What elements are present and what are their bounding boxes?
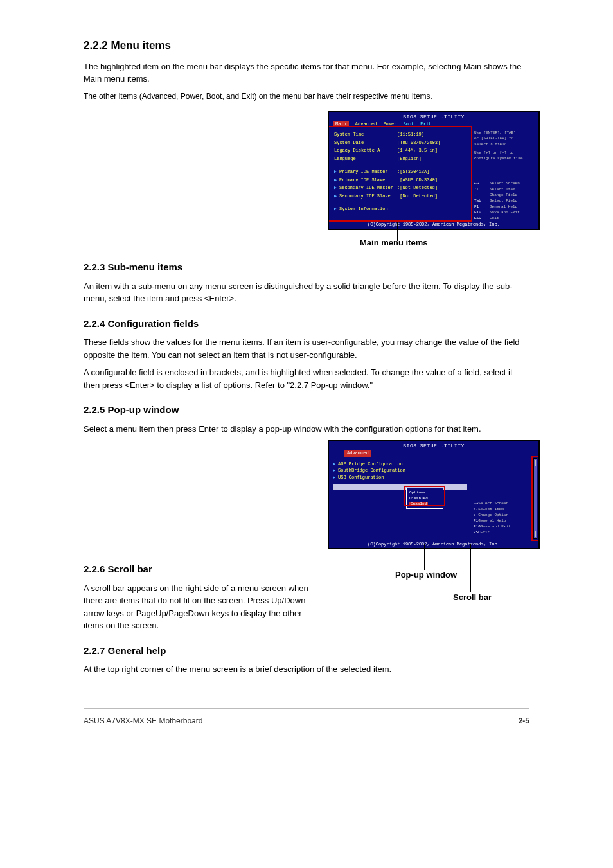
section-popup: 2.2.5 Pop-up window Select a menu item t…: [84, 403, 529, 435]
menu-advanced[interactable]: Advanced: [344, 450, 371, 457]
para: These fields show the values for the men…: [84, 336, 529, 361]
page-footer: ASUS A7V8X-MX SE Motherboard 2-5: [0, 715, 613, 727]
footer-product: ASUS A7V8X-MX SE Motherboard: [84, 715, 202, 727]
heading-2-2-6: 2.2.6 Scroll bar: [84, 562, 321, 577]
highlight-menu-items: [328, 126, 472, 222]
callout-label: Main menu items: [360, 236, 540, 249]
help-line: Use [+] or [-] to: [474, 150, 536, 155]
key-row: ←→Select Screen: [474, 181, 536, 186]
list-item: ▶USB Configuration: [333, 474, 467, 481]
section-config-fields: 2.2.4 Configuration fields These fields …: [84, 317, 529, 392]
bios-title: BIOS SETUP UTILITY: [329, 112, 538, 121]
bios-help-panel: ←→Select Screen ↑↓Select Item +-Change O…: [471, 457, 538, 540]
bios-window: BIOS SETUP UTILITY Main Advanced Power B…: [328, 111, 540, 230]
key-row: ESCExit: [474, 529, 536, 535]
key-row: +-Change Field: [474, 192, 536, 198]
key-row: F10Save and Exit: [474, 209, 536, 215]
key-row: ↑↓Select Item: [474, 506, 536, 512]
footer-page-number: 2-5: [519, 715, 529, 727]
bios-window: BIOS SETUP UTILITY Advanced ▶AGP Bridge …: [328, 440, 540, 549]
highlight-popup: [404, 486, 445, 506]
highlight-bar: [333, 484, 467, 490]
section-sub-menu: 2.2.3 Sub-menu items An item with a sub-…: [84, 260, 529, 305]
key-row: F1General Help: [474, 518, 536, 524]
heading-2-2-5: 2.2.5 Pop-up window: [84, 403, 529, 418]
callout-popup: Pop-up window: [395, 569, 457, 581]
key-row: ↑↓Select Item: [474, 186, 536, 192]
help-line: configure system time.: [474, 155, 536, 161]
triangle-icon: ▶: [333, 474, 338, 481]
para: An item with a sub-menu on any menu scre…: [84, 280, 529, 305]
key-row: ←→Select Screen: [474, 500, 536, 506]
bios-advanced-panel: ▶AGP Bridge Configuration ▶SouthBridge C…: [329, 457, 471, 540]
triangle-icon: ▶: [333, 461, 338, 468]
para: The other items (Advanced, Power, Boot, …: [84, 91, 529, 102]
bios-figure-2: BIOS SETUP UTILITY Advanced ▶AGP Bridge …: [328, 440, 540, 549]
bios-menu-bar: Advanced: [329, 450, 538, 457]
heading-2-2-7: 2.2.7 General help: [84, 644, 529, 659]
help-line: or [SHIFT-TAB] to: [474, 136, 536, 141]
section-general-help: 2.2.7 General help At the top right corn…: [84, 644, 529, 676]
key-row: +-Change Option: [474, 512, 536, 518]
highlight-scrollbar: [531, 456, 539, 541]
key-row: F1General Help: [474, 204, 536, 209]
help-line: Use [ENTER], [TAB]: [474, 130, 536, 136]
para: A scroll bar appears on the right side o…: [84, 582, 321, 632]
bios-main-panel: System Time[11:51:19] System Date[Thu 08…: [329, 127, 471, 220]
heading-2-2-2: 2.2.2 Menu items: [84, 37, 529, 54]
para: At the top right corner of the menu scre…: [84, 663, 529, 676]
footer-divider: [84, 708, 529, 709]
section-menu-items: 2.2.2 Menu items The highlighted item on…: [84, 37, 529, 102]
bios-help-panel: Use [ENTER], [TAB] or [SHIFT-TAB] to sel…: [471, 127, 538, 220]
callout-scroll: Scroll bar: [453, 591, 492, 604]
key-row: ESCExit: [474, 215, 536, 221]
key-row: TabSelect Field: [474, 198, 536, 204]
callout-area: Main menu items: [328, 236, 540, 249]
callout-line: [397, 222, 398, 241]
triangle-icon: ▶: [333, 467, 338, 474]
callout-line: [470, 544, 471, 592]
bios-figure-1: BIOS SETUP UTILITY Main Advanced Power B…: [328, 111, 540, 230]
bios-copyright: (C)Copyright 1985-2002, American Megatre…: [329, 540, 538, 549]
list-item: ▶SouthBridge Configuration: [333, 467, 467, 474]
heading-2-2-3: 2.2.3 Sub-menu items: [84, 260, 529, 275]
para: Select a menu item then press Enter to d…: [84, 423, 529, 436]
para: A configurable field is enclosed in brac…: [84, 366, 529, 391]
section-scroll-bar: 2.2.6 Scroll bar A scroll bar appears on…: [84, 562, 321, 632]
callout-line: [424, 544, 425, 570]
heading-2-2-4: 2.2.4 Configuration fields: [84, 317, 529, 332]
list-item: ▶AGP Bridge Configuration: [333, 461, 467, 468]
help-line: select a field.: [474, 141, 536, 147]
bios-title: BIOS SETUP UTILITY: [329, 441, 538, 450]
key-row: F10Save and Exit: [474, 524, 536, 529]
para: The highlighted item on the menu bar dis…: [84, 60, 529, 85]
